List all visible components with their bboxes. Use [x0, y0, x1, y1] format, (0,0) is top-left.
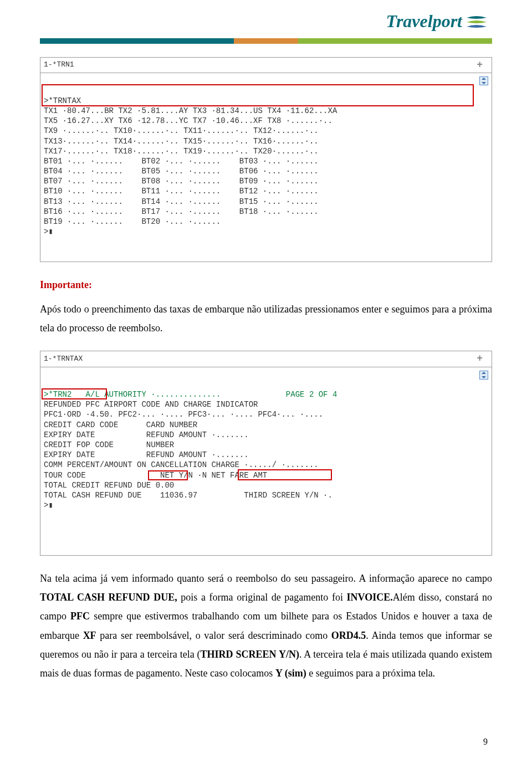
terminal2-body: >*TRN2 A/L AUTHORITY ·.............. PAG… [40, 367, 492, 555]
paragraph-1: Após todo o preenchimento das taxas de e… [40, 300, 492, 337]
travelport-logo: Travelport [386, 11, 488, 32]
t1-line: >*TRNTAX [44, 96, 81, 105]
t1-line: BT16 ·... ·...... BT17 ·... ·...... BT18… [44, 207, 319, 216]
plus-icon: + [477, 59, 488, 71]
t1-line: TX9 ·......·.. TX10·......·.. TX11·.....… [44, 126, 319, 135]
t1-line: BT13 ·... ·...... BT14 ·... ·...... BT15… [44, 197, 319, 206]
content-block-2: Na tela acima já vem informado quanto se… [40, 569, 492, 683]
t2-line: PFC1·ORD ·4.50. PFC2·... ·.... PFC3·... … [44, 410, 323, 419]
terminal-screenshot-2: 1-*TRNTAX + >*TRN2 A/L AUTHORITY ·......… [40, 351, 492, 556]
terminal1-header: 1-*TRN1 + [40, 58, 492, 73]
t1-line: TX13·......·.. TX14·......·.. TX15·.....… [44, 137, 319, 146]
t1-line: BT10 ·... ·...... BT11 ·... ·...... BT12… [44, 187, 319, 196]
t2-line: EXPIRY DATE REFUND AMOUNT ·....... [44, 430, 249, 439]
t1-line: TX17·......·.. TX18·......·.. TX19·.....… [44, 147, 319, 156]
terminal1-body: >*TRNTAX TX1 ·80.47...BR TX2 ·5.81....AY… [40, 73, 492, 261]
brand-color-bar [40, 38, 492, 44]
scroll-icon [479, 371, 488, 380]
paragraph-2: Na tela acima já vem informado quanto se… [40, 569, 492, 683]
t1-line: BT07 ·... ·...... BT08 ·... ·...... BT09… [44, 177, 319, 186]
logo-streak-icon [466, 13, 488, 30]
page-number: 9 [483, 737, 488, 747]
t1-line: BT19 ·... ·...... BT20 ·... ·...... [44, 217, 221, 226]
t2-line: REFUNDED PFC AIRPORT CODE AND CHARGE IND… [44, 400, 258, 409]
plus-icon: + [477, 352, 488, 365]
t1-line: BT01 ·... ·...... BT02 ·... ·...... BT03… [44, 157, 319, 166]
terminal-screenshot-1: 1-*TRN1 + >*TRNTAX TX1 ·80.47...BR TX2 ·… [40, 57, 492, 262]
logo-text: Travelport [386, 11, 462, 32]
content-block-1: Importante: Após todo o preenchimento da… [40, 275, 492, 338]
t2-line: CREDIT CARD CODE CARD NUMBER [44, 421, 197, 429]
t2-line: CREDIT FOP CODE NUMBER [44, 440, 174, 449]
t2-line: TOTAL CASH REFUND DUE 11036.97 THIRD SCR… [44, 491, 332, 500]
t1-line: BT04 ·... ·...... BT05 ·... ·...... BT06… [44, 167, 319, 176]
t2-line: >▮ [44, 501, 53, 510]
t1-line: TX5 ·16.27...XY TX6 ·12.78...YC TX7 ·10.… [44, 116, 332, 125]
important-label: Importante: [40, 275, 492, 294]
t1-line: TX1 ·80.47...BR TX2 ·5.81....AY TX3 ·81.… [44, 106, 337, 115]
t2-line: EXPIRY DATE REFUND AMOUNT ·....... [44, 450, 249, 459]
t1-line: >▮ [44, 227, 53, 236]
t2-line: COMM PERCENT/AMOUNT ON CANCELLATION CHAR… [44, 460, 319, 469]
scroll-icon [479, 76, 488, 85]
highlight-box-1 [42, 84, 474, 106]
t2-line: TOTAL CREDIT REFUND DUE 0.00 [44, 481, 174, 490]
t2-line: TOUR CODE NET Y/N ·N NET FARE AMT [44, 471, 267, 480]
terminal2-title: 1-*TRNTAX [44, 355, 83, 364]
terminal1-title: 1-*TRN1 [44, 60, 74, 70]
t2-line: >*TRN2 A/L AUTHORITY ·.............. PAG… [44, 390, 337, 399]
terminal2-header: 1-*TRNTAX + [40, 351, 492, 367]
page-header: Travelport [0, 0, 532, 32]
